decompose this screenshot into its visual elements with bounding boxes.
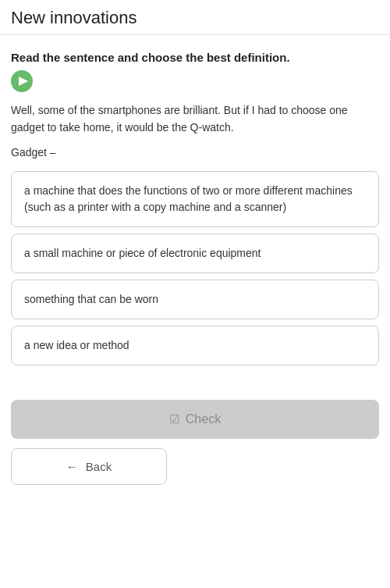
instruction-text: Read the sentence and choose the best de… [11, 51, 379, 64]
content-area: Read the sentence and choose the best de… [0, 35, 390, 400]
back-arrow-icon: ← [66, 460, 78, 473]
back-button[interactable]: ← Back [11, 448, 167, 485]
options-container: a machine that does the functions of two… [11, 171, 379, 365]
check-icon: ☑ [169, 412, 179, 426]
page-title: New innovations [11, 8, 136, 28]
check-button[interactable]: ☑ Check [11, 400, 379, 439]
check-button-label: Check [186, 412, 221, 426]
word-label: Gadget – [11, 146, 379, 159]
option-2[interactable]: a small machine or piece of electronic e… [11, 233, 379, 273]
option-4[interactable]: a new idea or method [11, 326, 379, 365]
page-container: New innovations Read the sentence and ch… [0, 0, 390, 588]
passage-text: Well, some of the smartphones are brilli… [11, 102, 379, 137]
audio-button[interactable] [11, 70, 33, 92]
option-1[interactable]: a machine that does the functions of two… [11, 171, 379, 227]
buttons-area: ☑ Check ← Back [0, 400, 390, 501]
back-button-label: Back [86, 460, 112, 473]
option-3[interactable]: something that can be worn [11, 280, 379, 319]
header: New innovations [0, 0, 390, 35]
